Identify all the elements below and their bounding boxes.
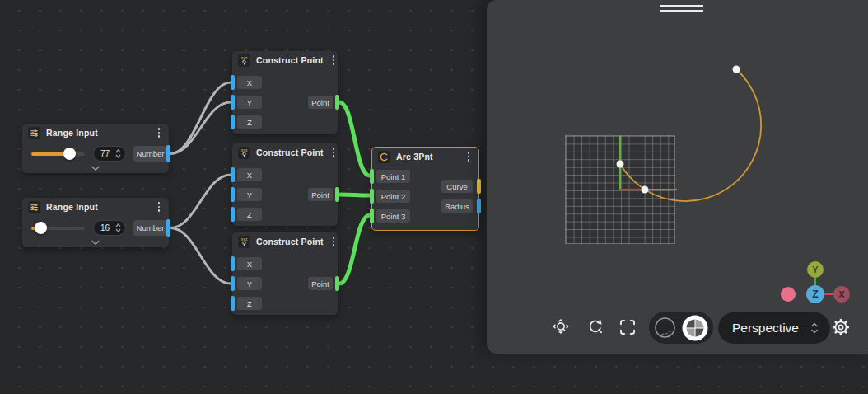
fit-view-icon[interactable] <box>618 317 637 337</box>
input-point1-button[interactable]: Point 1 <box>376 170 410 183</box>
node-construct-point-2[interactable]: XYZ Construct Point X Y Z Point <box>232 143 338 226</box>
node-title: Construct Point <box>256 55 324 65</box>
port-point3-in[interactable] <box>370 209 374 223</box>
reset-view-icon[interactable] <box>586 317 605 337</box>
range-slider[interactable] <box>31 222 85 234</box>
svg-text:XYZ: XYZ <box>241 148 248 152</box>
gizmo-y-ball[interactable]: Y <box>807 261 824 278</box>
input-y-button[interactable]: Y <box>237 188 262 201</box>
node-construct-point-3[interactable]: XYZ Construct Point X Y Z Point <box>232 232 338 315</box>
pan-navigate-icon[interactable] <box>551 317 571 337</box>
input-point2-button[interactable]: Point 2 <box>376 190 410 203</box>
node-arc-3pnt[interactable]: Arc 3Pnt Point 1 Point 2 Point 3 Curve R… <box>371 147 479 231</box>
input-z-button[interactable]: Z <box>237 115 262 129</box>
wire-cp3-to-arc-p3[interactable] <box>339 215 370 284</box>
node-header[interactable]: XYZ Construct Point <box>232 232 338 251</box>
wire-range2-to-cp3-y[interactable] <box>170 228 231 284</box>
scene-point-2[interactable] <box>642 186 649 194</box>
output-radius-button[interactable]: Radius <box>441 199 473 213</box>
port-z-in[interactable] <box>231 207 235 222</box>
node-header[interactable]: Range Input <box>22 124 169 142</box>
node-header[interactable]: XYZ Construct Point <box>232 51 338 69</box>
construct-point-icon: XYZ <box>238 54 250 67</box>
node-header[interactable]: Range Input <box>22 198 169 216</box>
gizmo-neg-x-ball[interactable] <box>781 287 796 302</box>
port-point-out[interactable] <box>335 276 339 291</box>
kebab-menu-icon[interactable] <box>329 53 338 67</box>
range-sliders-icon <box>28 127 40 139</box>
wire-cp1-to-arc-p1[interactable] <box>339 102 370 176</box>
port-z-in[interactable] <box>231 296 235 311</box>
projection-label: Perspective <box>732 321 799 335</box>
output-number-button[interactable]: Number <box>133 146 167 162</box>
input-z-button[interactable]: Z <box>237 208 262 221</box>
port-radius-out[interactable] <box>477 199 481 213</box>
slider-knob[interactable] <box>35 222 47 234</box>
settings-gear-icon[interactable] <box>831 317 851 337</box>
node-title: Construct Point <box>256 148 324 157</box>
range-slider[interactable] <box>31 148 85 160</box>
input-z-button[interactable]: Z <box>237 297 262 310</box>
output-point-button[interactable]: Point <box>308 96 333 109</box>
value-text: 77 <box>100 149 110 158</box>
collapse-chevron-icon[interactable] <box>91 240 100 245</box>
port-x-in[interactable] <box>231 256 235 271</box>
port-y-in[interactable] <box>231 187 235 202</box>
input-x-button[interactable]: X <box>237 168 262 181</box>
input-point3-button[interactable]: Point 3 <box>376 209 410 223</box>
viewport-3d[interactable]: Y Z X <box>487 0 868 354</box>
node-construct-point-1[interactable]: XYZ Construct Point X Y Z Point <box>232 51 338 134</box>
scene-point-3[interactable] <box>733 66 740 73</box>
output-curve-button[interactable]: Curve <box>441 180 473 193</box>
wireframe-mode-icon[interactable] <box>654 317 676 339</box>
port-number-out[interactable] <box>166 219 170 237</box>
wire-range1-to-cp1-x[interactable] <box>170 82 231 154</box>
arc-curve[interactable] <box>620 69 761 201</box>
output-point-button[interactable]: Point <box>308 277 333 290</box>
port-number-out[interactable] <box>166 145 170 162</box>
output-number-button[interactable]: Number <box>133 220 167 236</box>
kebab-menu-icon[interactable] <box>464 149 473 163</box>
port-point1-in[interactable] <box>370 169 374 184</box>
input-y-button[interactable]: Y <box>237 96 262 109</box>
kebab-menu-icon[interactable] <box>155 199 163 213</box>
kebab-menu-icon[interactable] <box>329 234 338 248</box>
input-x-button[interactable]: X <box>237 76 262 89</box>
kebab-menu-icon[interactable] <box>329 145 338 159</box>
value-input[interactable]: 16 <box>93 220 126 236</box>
collapse-chevron-icon[interactable] <box>91 166 100 171</box>
render-mode-toggle[interactable] <box>649 312 713 344</box>
port-y-in[interactable] <box>231 95 235 110</box>
input-x-button[interactable]: X <box>237 257 262 270</box>
port-x-in[interactable] <box>231 167 235 182</box>
node-range-input-1[interactable]: Range Input 77 Number <box>22 124 169 173</box>
port-y-in[interactable] <box>231 276 235 291</box>
wire-range2-to-cp2-x[interactable] <box>170 175 231 228</box>
port-point2-in[interactable] <box>370 189 374 204</box>
wire-range1-to-cp1-y[interactable] <box>170 102 231 154</box>
range-sliders-icon <box>28 201 40 213</box>
node-header[interactable]: Arc 3Pnt <box>372 148 478 166</box>
port-x-in[interactable] <box>231 75 235 90</box>
stepper-icon[interactable] <box>115 149 121 158</box>
port-point-out[interactable] <box>335 95 339 110</box>
output-point-button[interactable]: Point <box>308 188 333 201</box>
stepper-icon[interactable] <box>115 223 121 232</box>
node-header[interactable]: XYZ Construct Point <box>232 143 338 162</box>
node-range-input-2[interactable]: Range Input 16 Number <box>22 198 169 247</box>
construct-point-icon: XYZ <box>238 236 250 248</box>
port-z-in[interactable] <box>231 115 235 129</box>
shaded-mode-icon[interactable] <box>682 315 708 341</box>
value-input[interactable]: 77 <box>93 146 126 162</box>
port-curve-out[interactable] <box>477 179 481 194</box>
slider-knob[interactable] <box>63 148 76 160</box>
port-point-out[interactable] <box>335 187 339 202</box>
wire-cp2-to-arc-p2[interactable] <box>339 195 370 195</box>
kebab-menu-icon[interactable] <box>155 125 163 139</box>
scene-point-1[interactable] <box>617 161 624 168</box>
projection-select[interactable]: Perspective <box>718 312 830 344</box>
gizmo-x-ball[interactable]: X <box>833 286 850 303</box>
gizmo-z-ball[interactable]: Z <box>806 285 824 303</box>
node-title: Construct Point <box>256 237 324 246</box>
input-y-button[interactable]: Y <box>237 277 262 290</box>
